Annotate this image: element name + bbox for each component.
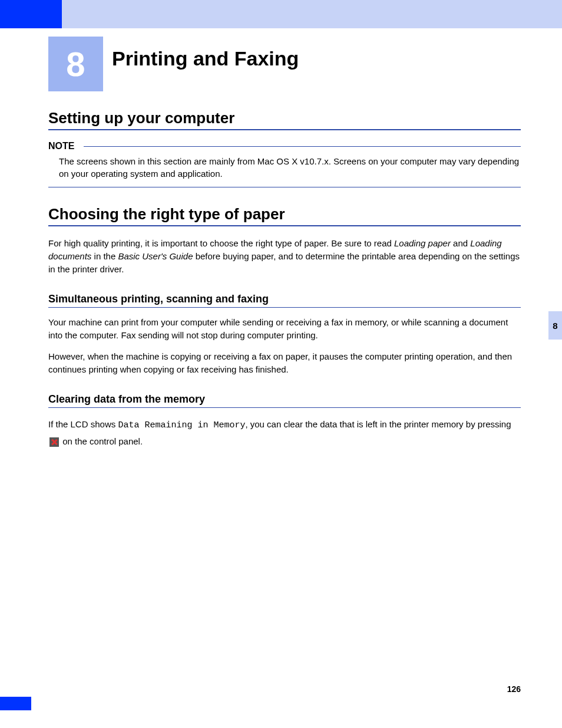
subsection-heading-clearing: Clearing data from the memory [48, 393, 521, 406]
clearing-paragraph: If the LCD shows Data Remaining in Memor… [48, 416, 521, 449]
side-tab: 8 [548, 311, 562, 340]
lcd-text: Data Remaining in Memory [118, 420, 245, 430]
section-heading-setup: Setting up your computer [48, 109, 521, 127]
heading-rule [48, 225, 521, 226]
text-fragment: , you can clear the data that is left in… [245, 419, 511, 429]
simultaneous-para-2: However, when the machine is copying or … [48, 350, 521, 376]
subheading-rule [48, 407, 521, 408]
text-fragment: If the LCD shows [48, 419, 118, 429]
note-top-rule [84, 146, 521, 147]
text-fragment: For high quality printing, it is importa… [48, 238, 394, 248]
chapter-number-block: 8 [48, 37, 103, 91]
top-left-stripe [0, 0, 62, 28]
note-block: NOTE The screens shown in this section a… [48, 141, 521, 187]
top-band [62, 0, 562, 28]
note-bottom-rule [48, 187, 521, 187]
note-text: The screens shown in this section are ma… [48, 155, 521, 180]
subsection-heading-simultaneous: Simultaneous printing, scanning and faxi… [48, 293, 521, 305]
text-fragment: in the [91, 251, 118, 261]
simultaneous-para-1: Your machine can print from your compute… [48, 316, 521, 342]
cancel-icon [49, 437, 59, 447]
chapter-number: 8 [66, 44, 85, 84]
section-heading-paper: Choosing the right type of paper [48, 205, 521, 223]
chapter-title: Printing and Faxing [112, 47, 299, 70]
side-tab-number: 8 [553, 321, 557, 331]
page-number: 126 [507, 684, 521, 694]
paper-paragraph: For high quality printing, it is importa… [48, 237, 521, 275]
bottom-left-stripe [0, 697, 31, 710]
note-label: NOTE [48, 141, 79, 151]
subheading-rule [48, 307, 521, 308]
text-fragment: on the control panel. [60, 436, 143, 446]
text-fragment: and [451, 238, 470, 248]
text-italic: Basic User's Guide [118, 251, 193, 261]
text-italic: Loading paper [394, 238, 451, 248]
heading-rule [48, 129, 521, 130]
content-area: Setting up your computer NOTE The screen… [48, 109, 521, 449]
